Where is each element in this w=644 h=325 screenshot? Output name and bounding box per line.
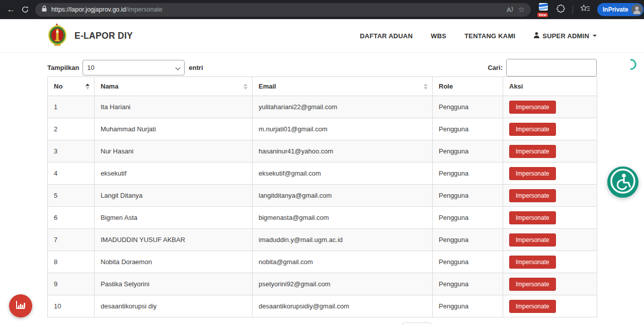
cell-nama: Nur Hasani bbox=[95, 140, 253, 162]
cell-aksi: Impersonate bbox=[503, 140, 597, 162]
cell-aksi: Impersonate bbox=[503, 295, 597, 317]
nav-tentang-kami[interactable]: TENTANG KAMI bbox=[464, 32, 515, 40]
impersonate-button[interactable]: Impersonate bbox=[509, 123, 556, 136]
pagination-button[interactable] bbox=[403, 322, 431, 325]
table-row: 9 Pastika Setyorini psetyorini92@gmail.c… bbox=[48, 273, 597, 295]
table-controls: Tampilkan 10 entri Cari: bbox=[47, 53, 597, 76]
nav-wbs[interactable]: WBS bbox=[431, 32, 446, 40]
cell-role: Pengguna bbox=[433, 118, 503, 140]
extension-icon[interactable]: New bbox=[538, 3, 549, 16]
show-label: Tampilkan bbox=[47, 64, 79, 71]
cell-nama: desaantikorupsi diy bbox=[95, 295, 253, 317]
search-label: Cari: bbox=[488, 64, 503, 71]
cell-role: Pengguna bbox=[433, 185, 503, 207]
table-row: 8 Nobita Doraemon nobita@gmail.com Pengg… bbox=[48, 251, 597, 273]
cell-aksi: Impersonate bbox=[503, 162, 597, 185]
cell-no: 7 bbox=[48, 229, 95, 251]
user-table-body: 1 Ita Hariani yulitahariani22@gmail.com … bbox=[48, 96, 597, 317]
impersonate-button[interactable]: Impersonate bbox=[509, 278, 556, 291]
extensions-puzzle-icon[interactable] bbox=[556, 4, 566, 16]
toolbar-divider bbox=[573, 6, 573, 14]
brand-name: E-LAPOR DIY bbox=[74, 31, 133, 41]
cell-no: 5 bbox=[48, 185, 95, 207]
sort-icon bbox=[86, 84, 90, 90]
table-row: 3 Nur Hasani hasaninur41@yahoo.com Pengg… bbox=[48, 140, 597, 162]
header-role[interactable]: Role bbox=[433, 77, 503, 96]
cell-email: nobita@gmail.com bbox=[253, 251, 433, 273]
main-nav: DAFTAR ADUAN WBS TENTANG KAMI SUPER ADMI… bbox=[360, 31, 597, 40]
cell-role: Pengguna bbox=[433, 251, 503, 273]
cell-role: Pengguna bbox=[433, 207, 503, 229]
cell-aksi: Impersonate bbox=[503, 251, 597, 273]
cell-email: langitditanya@gmail.com bbox=[253, 185, 433, 207]
impersonate-button[interactable]: Impersonate bbox=[509, 189, 556, 202]
cell-no: 3 bbox=[48, 140, 95, 162]
inprivate-label: InPrivate bbox=[603, 6, 628, 13]
loading-spinner bbox=[625, 59, 636, 70]
profile-avatar bbox=[631, 4, 642, 15]
cell-no: 6 bbox=[48, 207, 95, 229]
inprivate-badge[interactable]: InPrivate bbox=[597, 3, 643, 16]
users-table: No Nama Email Role Aksi 1 Ita Hariani yu… bbox=[47, 76, 597, 317]
extension-logo bbox=[539, 3, 548, 11]
cell-nama: Langit Ditanya bbox=[95, 185, 253, 207]
cell-email: m.nurjati01@gmail.com bbox=[253, 118, 433, 140]
table-row: 7 IMADUDDIN YUSUF AKBAR imaduddin.y@mail… bbox=[48, 229, 597, 251]
cell-email: eksekutif@gmail.com bbox=[253, 162, 433, 185]
cell-no: 4 bbox=[48, 162, 95, 185]
header-email[interactable]: Email bbox=[253, 77, 433, 96]
table-row: 2 Muhammad Nurjati m.nurjati01@gmail.com… bbox=[48, 118, 597, 140]
table-row: 4 eksekutif eksekutif@gmail.com Pengguna… bbox=[48, 162, 597, 185]
table-row: 5 Langit Ditanya langitditanya@gmail.com… bbox=[48, 185, 597, 207]
favorites-bar-icon[interactable] bbox=[580, 4, 590, 15]
cell-nama: Nobita Doraemon bbox=[95, 251, 253, 273]
statistics-fab[interactable] bbox=[9, 294, 32, 317]
cell-email: psetyorini92@gmail.com bbox=[253, 273, 433, 295]
cell-nama: eksekutif bbox=[95, 162, 253, 185]
read-aloud-icon[interactable]: A) bbox=[507, 6, 513, 14]
brand[interactable]: E-LAPOR DIY bbox=[47, 23, 133, 48]
cell-aksi: Impersonate bbox=[503, 96, 597, 118]
user-menu[interactable]: SUPER ADMIN bbox=[533, 31, 597, 40]
impersonate-button[interactable]: Impersonate bbox=[509, 167, 556, 180]
cell-no: 8 bbox=[48, 251, 95, 273]
sort-icon bbox=[424, 84, 428, 90]
cell-email: hasaninur41@yahoo.com bbox=[253, 140, 433, 162]
impersonate-button[interactable]: Impersonate bbox=[509, 233, 556, 247]
table-row: 1 Ita Hariani yulitahariani22@gmail.com … bbox=[48, 96, 597, 118]
impersonate-button[interactable]: Impersonate bbox=[509, 300, 556, 313]
cell-aksi: Impersonate bbox=[503, 273, 597, 295]
table-row: 10 desaantikorupsi diy desaantikorupsidi… bbox=[48, 295, 597, 317]
search-input[interactable] bbox=[506, 59, 597, 76]
table-row: 6 Bigmen Asta bigmenasta@gmail.com Pengg… bbox=[48, 207, 597, 229]
nav-daftar-aduan[interactable]: DAFTAR ADUAN bbox=[360, 32, 413, 40]
url-path: /impersonate bbox=[126, 6, 163, 13]
impersonate-button[interactable]: Impersonate bbox=[509, 145, 556, 158]
header-aksi[interactable]: Aksi bbox=[503, 77, 597, 96]
url-scheme: https:// bbox=[51, 6, 70, 13]
favorite-star-icon[interactable]: ☆ bbox=[518, 5, 525, 14]
accessibility-fab[interactable] bbox=[607, 167, 638, 198]
impersonate-button[interactable]: Impersonate bbox=[509, 101, 556, 114]
cell-role: Pengguna bbox=[433, 162, 503, 185]
new-badge: New bbox=[537, 13, 548, 18]
impersonate-button[interactable]: Impersonate bbox=[509, 256, 556, 269]
cell-email: bigmenasta@gmail.com bbox=[253, 207, 433, 229]
user-icon bbox=[533, 31, 540, 40]
back-icon[interactable]: ← bbox=[4, 3, 18, 17]
header-no[interactable]: No bbox=[48, 77, 95, 96]
cell-role: Pengguna bbox=[433, 96, 503, 118]
cell-no: 1 bbox=[48, 96, 95, 118]
table-header-row: No Nama Email Role Aksi bbox=[48, 77, 597, 96]
header-nama[interactable]: Nama bbox=[95, 77, 253, 96]
address-bar[interactable]: https://lapor.jogjaprov.go.id/impersonat… bbox=[35, 3, 531, 17]
cell-aksi: Impersonate bbox=[503, 229, 597, 251]
cell-aksi: Impersonate bbox=[503, 207, 597, 229]
cell-nama: Muhammad Nurjati bbox=[95, 118, 253, 140]
browser-toolbar: ← https://lapor.jogjaprov.go.id/imperson… bbox=[0, 0, 644, 19]
cell-nama: Pastika Setyorini bbox=[95, 273, 253, 295]
cell-no: 9 bbox=[48, 273, 95, 295]
refresh-icon[interactable] bbox=[18, 3, 32, 17]
impersonate-button[interactable]: Impersonate bbox=[509, 211, 556, 224]
page-length-select[interactable]: 10 bbox=[83, 60, 185, 75]
